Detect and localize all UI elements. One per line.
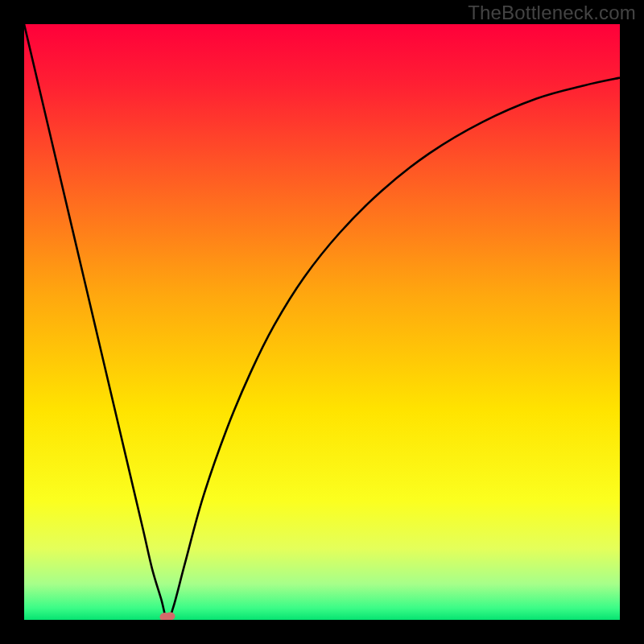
optimal-point-marker (159, 611, 176, 620)
bottleneck-curve (24, 24, 620, 620)
curve-layer (24, 24, 620, 620)
watermark-text: TheBottleneck.com (468, 2, 636, 24)
plot-area (24, 24, 620, 620)
chart-container: TheBottleneck.com (0, 0, 644, 644)
